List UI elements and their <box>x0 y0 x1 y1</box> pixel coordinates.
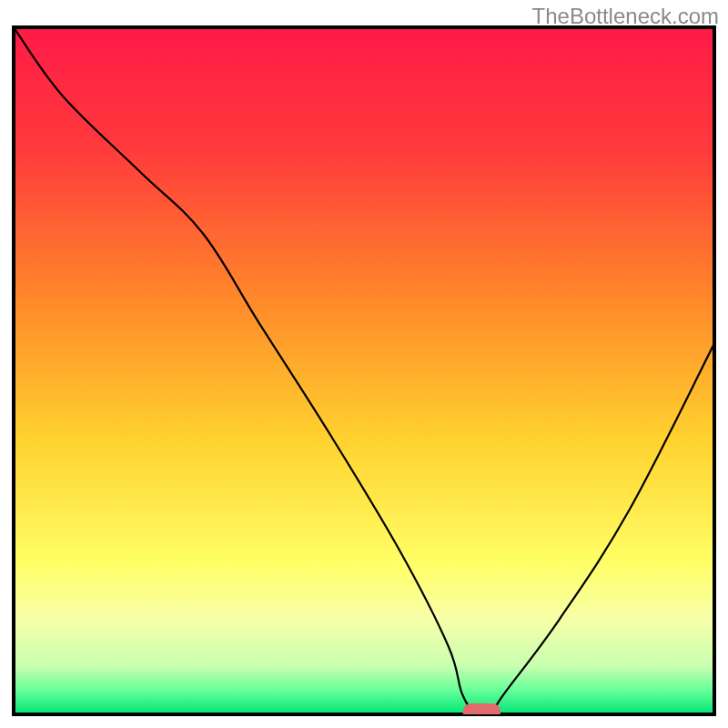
chart-frame: TheBottleneck.com <box>0 0 728 728</box>
plot-background <box>14 27 714 714</box>
watermark-text: TheBottleneck.com <box>532 4 719 29</box>
bottleneck-chart <box>0 0 728 728</box>
optimal-marker <box>463 703 501 720</box>
